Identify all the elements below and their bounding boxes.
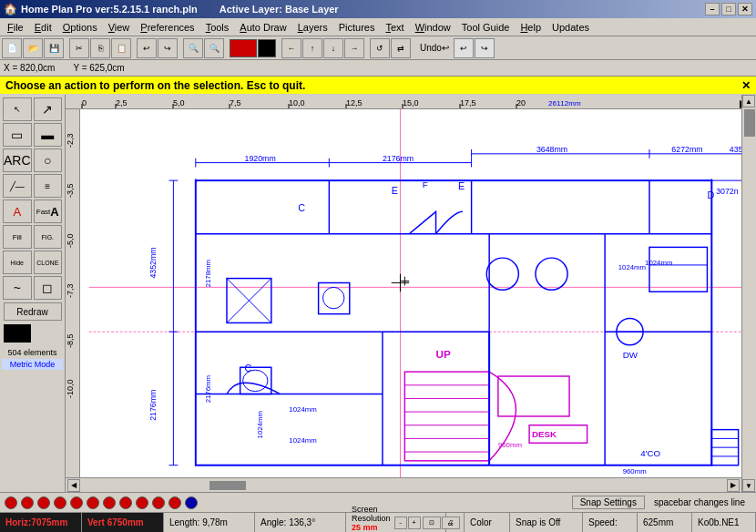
tb-zoom-in[interactable]: 🔍 xyxy=(183,38,203,58)
tool-shape[interactable]: ◻ xyxy=(34,276,63,300)
zoom-out-btn[interactable]: - xyxy=(394,517,407,529)
color-label[interactable]: Color xyxy=(470,517,492,527)
tool-figure[interactable]: FIG. xyxy=(34,225,63,249)
tb-redo2[interactable]: ↪ xyxy=(475,38,495,58)
svg-text:2176mm: 2176mm xyxy=(148,390,158,421)
floorplan-canvas[interactable]: 1920mm 2176mm 3648mm 4352mm 6272mm 3072n xyxy=(80,109,756,492)
tb-save[interactable]: 💾 xyxy=(44,38,64,58)
scroll-right-btn[interactable]: ▶ xyxy=(727,479,740,492)
color-circle-1[interactable] xyxy=(5,496,17,509)
color-circle-10[interactable] xyxy=(152,496,165,509)
menu-text[interactable]: Text xyxy=(380,21,409,34)
close-button[interactable]: ✕ xyxy=(738,3,752,15)
scrollbar-bottom[interactable]: ◀ ▶ xyxy=(66,477,741,492)
svg-text:26112mm: 26112mm xyxy=(548,99,581,107)
color-circle-4[interactable] xyxy=(54,496,66,509)
tool-select-all[interactable]: ↗ xyxy=(34,97,63,121)
menu-updates[interactable]: Updates xyxy=(547,21,595,34)
menu-tools[interactable]: Tools xyxy=(200,21,235,34)
tb-copy[interactable]: ⎘ xyxy=(90,38,110,58)
scroll-down-btn[interactable]: ▼ xyxy=(742,479,755,492)
resolution-label: Screen Resolution xyxy=(352,505,391,523)
tb-flip[interactable]: ⇄ xyxy=(391,38,411,58)
info-message: Choose an action to perform on the selec… xyxy=(5,79,305,92)
menu-preferences[interactable]: Preferences xyxy=(135,21,199,34)
tb-arrow-up[interactable]: ↑ xyxy=(302,38,322,58)
tool-hide[interactable]: Hide xyxy=(3,251,32,274)
tb-arrow-left[interactable]: ← xyxy=(281,38,301,58)
color-circle-8[interactable] xyxy=(119,496,132,509)
color-circle-2[interactable] xyxy=(21,496,34,509)
tb-redo[interactable]: ↪ xyxy=(158,38,178,58)
x-coord: X = 820,0cm xyxy=(4,63,55,73)
tb-open[interactable]: 📂 xyxy=(23,38,43,58)
app-icon: 🏠 xyxy=(4,3,17,15)
length-status: Length: 9,78m xyxy=(169,517,228,527)
tool-select-arrow[interactable]: ↖ xyxy=(3,97,32,121)
snap-off-label: Snap is Off xyxy=(516,517,560,527)
menu-file[interactable]: File xyxy=(2,21,29,34)
tb-undo2[interactable]: ↩ xyxy=(454,38,474,58)
menu-help[interactable]: Help xyxy=(515,21,547,34)
tb-paste[interactable]: 📋 xyxy=(111,38,131,58)
tb-arrow-down[interactable]: ↓ xyxy=(323,38,343,58)
tb-zoom-out[interactable]: 🔍 xyxy=(204,38,224,58)
color-circle-9[interactable] xyxy=(136,496,148,509)
svg-text:-8,5: -8,5 xyxy=(66,333,75,348)
scroll-thumb-h[interactable] xyxy=(209,481,246,490)
color-circle-6[interactable] xyxy=(87,496,99,509)
tb-undo[interactable]: ↩ xyxy=(137,38,157,58)
svg-text:DESK: DESK xyxy=(532,429,557,439)
tool-wave[interactable]: ~ xyxy=(3,276,32,300)
minimize-button[interactable]: – xyxy=(705,3,720,15)
zoom-in-btn[interactable]: + xyxy=(408,517,421,529)
tb-rotate[interactable]: ↺ xyxy=(370,38,390,58)
color-circle-12[interactable] xyxy=(185,496,198,509)
tool-filled-rect[interactable]: ▬ xyxy=(34,123,63,147)
tool-text[interactable]: A xyxy=(3,200,32,223)
tool-multiline[interactable]: ≡ xyxy=(34,174,63,198)
tb-color-red[interactable] xyxy=(230,39,257,57)
menu-tool-guide[interactable]: Tool Guide xyxy=(456,21,516,34)
redraw-button[interactable]: Redraw xyxy=(4,302,62,321)
scroll-up-btn[interactable]: ▲ xyxy=(742,95,755,107)
svg-text:C: C xyxy=(298,202,305,213)
tool-text-fast[interactable]: FastA xyxy=(34,200,63,223)
tb-new[interactable]: 📄 xyxy=(2,38,22,58)
snap-settings-button[interactable]: Snap Settings xyxy=(572,496,645,509)
scroll-left-btn[interactable]: ◀ xyxy=(67,479,80,492)
zoom-fit-btn[interactable]: ⊡ xyxy=(423,517,441,529)
tb-arrow-right[interactable]: → xyxy=(344,38,364,58)
maximize-button[interactable]: □ xyxy=(721,3,736,15)
tool-clone[interactable]: CLONE xyxy=(34,251,63,274)
menu-auto-draw[interactable]: Auto Draw xyxy=(234,21,291,34)
color-circle-11[interactable] xyxy=(169,496,181,509)
tb-color-black[interactable] xyxy=(258,39,276,57)
menu-options[interactable]: Options xyxy=(57,21,103,34)
tool-rectangle[interactable]: ▭ xyxy=(3,123,32,147)
menu-view[interactable]: View xyxy=(103,21,136,34)
tb-cut[interactable]: ✂ xyxy=(69,38,89,58)
svg-text:-3,5: -3,5 xyxy=(66,183,75,198)
svg-text:1920mm: 1920mm xyxy=(245,154,276,163)
tool-arc[interactable]: ARC xyxy=(3,148,32,172)
svg-text:-5,0: -5,0 xyxy=(66,233,75,248)
menu-window[interactable]: Window xyxy=(410,21,456,34)
tool-circle[interactable]: ○ xyxy=(34,148,62,172)
menu-edit[interactable]: Edit xyxy=(29,21,57,34)
color-circle-5[interactable] xyxy=(70,496,83,509)
color-picker-box[interactable] xyxy=(4,324,31,343)
color-circle-7[interactable] xyxy=(103,496,116,509)
scrollbar-right[interactable]: ▲ ▼ xyxy=(741,95,756,492)
menu-pictures[interactable]: Pictures xyxy=(333,21,381,34)
info-close[interactable]: ✕ xyxy=(741,79,751,92)
tool-line[interactable]: ╱— xyxy=(3,174,32,198)
svg-text:960mm: 960mm xyxy=(623,467,647,476)
scroll-thumb-v[interactable] xyxy=(744,109,755,137)
color-circle-3[interactable] xyxy=(37,496,50,509)
tool-fill[interactable]: Fill xyxy=(3,225,32,249)
svg-text:F: F xyxy=(423,179,428,189)
menu-layers[interactable]: Layers xyxy=(292,21,333,34)
metric-mode[interactable]: Metric Mode xyxy=(2,359,63,370)
svg-text:1024mm: 1024mm xyxy=(256,411,264,438)
